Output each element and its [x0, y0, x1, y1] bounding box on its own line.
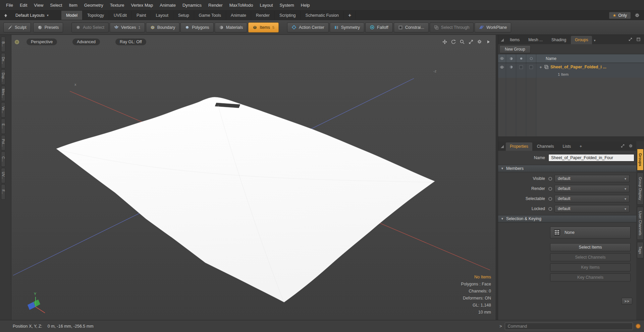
menu-view[interactable]: View	[31, 1, 47, 9]
menu-select[interactable]: Select	[47, 1, 65, 9]
vertices-mode-button[interactable]: Vertices 1	[110, 22, 145, 32]
selectable-dropdown[interactable]: default ▾	[554, 195, 630, 202]
falloff-button[interactable]: Falloff	[365, 22, 393, 32]
left-tab-uv[interactable]: UV...	[1, 168, 5, 183]
panel-more-button[interactable]: >>	[622, 298, 632, 305]
viewport-gear-icon[interactable]	[477, 39, 482, 45]
tab-uvedit[interactable]: UVEdit	[109, 11, 132, 20]
action-center-button[interactable]: Action Center	[287, 22, 329, 32]
materials-mode-button[interactable]: Materials	[215, 22, 248, 32]
side-tab-tags[interactable]: Tags	[637, 242, 644, 258]
select-channels-button[interactable]: Select Channels	[550, 253, 631, 261]
only-button[interactable]: ★ Only	[609, 12, 631, 19]
locked-override-toggle[interactable]	[548, 207, 552, 211]
command-input[interactable]	[505, 323, 633, 330]
selectable-override-toggle[interactable]	[548, 197, 552, 201]
command-history-icon[interactable]	[636, 324, 641, 329]
layout-home-button[interactable]	[0, 11, 11, 20]
sculpt-button[interactable]: Sculpt	[3, 22, 31, 32]
maximize-icon[interactable]	[468, 39, 474, 45]
tab-game-tools[interactable]: Game Tools	[194, 11, 226, 20]
menu-texture[interactable]: Texture	[107, 1, 128, 9]
visible-override-toggle[interactable]	[548, 177, 552, 181]
menu-animate[interactable]: Animate	[156, 1, 179, 9]
left-tab-duplicate[interactable]: Dup...	[1, 69, 5, 85]
props-gear-icon[interactable]	[628, 143, 634, 149]
horizontal-splitter[interactable]	[498, 136, 644, 141]
members-section-header[interactable]: ▼ Members	[498, 165, 636, 172]
tab-lists[interactable]: Lists	[558, 142, 575, 151]
viewport-projection-button[interactable]: Perspective	[26, 39, 57, 45]
group-list-row[interactable]: + Sheet_of_Paper_Folded_i ...	[498, 63, 644, 71]
left-tab-mesh[interactable]: Mes...	[1, 86, 5, 101]
viewport-3d[interactable]: x -z Y Perspective Advanced Ray GL: O	[11, 35, 496, 320]
selection-keying-section-header[interactable]: ▼ Selection & Keying	[498, 215, 636, 222]
menu-help[interactable]: Help	[298, 1, 313, 9]
row-render-toggle-icon[interactable]	[506, 63, 516, 71]
tab-items-list[interactable]: Items	[506, 36, 524, 44]
tab-groups[interactable]: Groups	[571, 36, 592, 44]
tab-overflow-chevron-icon[interactable]: ▾	[593, 39, 596, 44]
tab-properties[interactable]: Properties	[506, 142, 532, 151]
menu-vertex-map[interactable]: Vertex Map	[127, 1, 156, 9]
left-tab-curve[interactable]: C...	[1, 151, 5, 167]
left-tab-edge[interactable]: E...	[1, 119, 5, 134]
menu-file[interactable]: File	[3, 1, 16, 9]
new-group-button[interactable]: New Group	[499, 45, 531, 53]
constraints-button[interactable]: Constrai...	[394, 22, 429, 32]
select-items-button[interactable]: Select Items	[550, 243, 631, 251]
tab-shading[interactable]: Shading	[547, 36, 570, 44]
menu-edit[interactable]: Edit	[16, 1, 31, 9]
render-override-toggle[interactable]	[548, 187, 552, 191]
panel-expand-icon[interactable]	[628, 37, 633, 42]
panel-splitter[interactable]	[496, 35, 498, 320]
menu-layout[interactable]: Layout	[256, 1, 276, 9]
panel-corner-icon[interactable]	[501, 39, 504, 42]
key-channels-button[interactable]: Key Channels	[550, 273, 631, 281]
orbit-icon[interactable]	[450, 39, 456, 45]
menu-geometry[interactable]: Geometry	[81, 1, 107, 9]
left-tab-polygon[interactable]: Pol...	[1, 135, 5, 150]
viewport-shading-button[interactable]: Advanced	[72, 39, 100, 45]
tab-channels[interactable]: Channels	[533, 142, 558, 151]
key-items-button[interactable]: Key Items	[550, 263, 631, 271]
viewport-options-dot[interactable]	[15, 40, 19, 44]
menu-dynamics[interactable]: Dynamics	[179, 1, 205, 9]
presets-button[interactable]: Presets	[33, 22, 63, 32]
tab-scripting[interactable]: Scripting	[275, 11, 301, 20]
row-expander-icon[interactable]: +	[539, 65, 542, 70]
layout-selector[interactable]: Default Layouts ▾	[11, 11, 53, 20]
boundary-mode-button[interactable]: Boundary	[146, 22, 180, 32]
panel-detach-icon[interactable]	[636, 37, 641, 42]
props-corner-icon[interactable]	[501, 145, 504, 148]
select-through-button[interactable]: Select Through	[430, 22, 474, 32]
tab-render[interactable]: Render	[251, 11, 275, 20]
list-empty-area[interactable]	[498, 78, 644, 136]
tab-layout[interactable]: Layout	[151, 11, 173, 20]
tab-mesh-ops[interactable]: Mesh ...	[524, 36, 547, 44]
visible-dropdown[interactable]: default ▾	[554, 175, 630, 182]
symmetry-button[interactable]: Symmetry	[330, 22, 364, 32]
viewport-3d-scene[interactable]: x -z Y	[11, 35, 496, 320]
paper-mesh[interactable]	[56, 97, 435, 302]
tab-paint[interactable]: Paint	[132, 11, 151, 20]
auto-select-button[interactable]: Auto Select	[71, 22, 109, 32]
zoom-icon[interactable]	[459, 39, 465, 45]
left-tab-deform[interactable]: De...	[1, 53, 5, 68]
row-eye-icon[interactable]	[498, 63, 506, 71]
side-tab-user-channels[interactable]: User Channels	[637, 207, 644, 240]
settings-gear-icon[interactable]	[634, 12, 640, 18]
left-tab-vertex[interactable]: Ve...	[1, 102, 5, 118]
play-icon[interactable]	[485, 39, 491, 45]
axis-gizmo[interactable]: Y	[28, 292, 45, 313]
menu-render[interactable]: Render	[205, 1, 226, 9]
row-select-toggle[interactable]	[526, 63, 536, 71]
polygons-mode-button[interactable]: Polygons	[180, 22, 213, 32]
side-tab-group-display[interactable]: Group Display	[637, 173, 644, 205]
side-tab-groups[interactable]: Groups	[637, 149, 644, 171]
add-layout-tab-button[interactable]: +	[344, 11, 356, 20]
tab-animate[interactable]: Animate	[226, 11, 251, 20]
tab-schematic-fusion[interactable]: Schematic Fusion	[301, 11, 344, 20]
locked-dropdown[interactable]: default ▾	[554, 205, 630, 212]
channel-set-none-button[interactable]: None	[550, 226, 631, 239]
